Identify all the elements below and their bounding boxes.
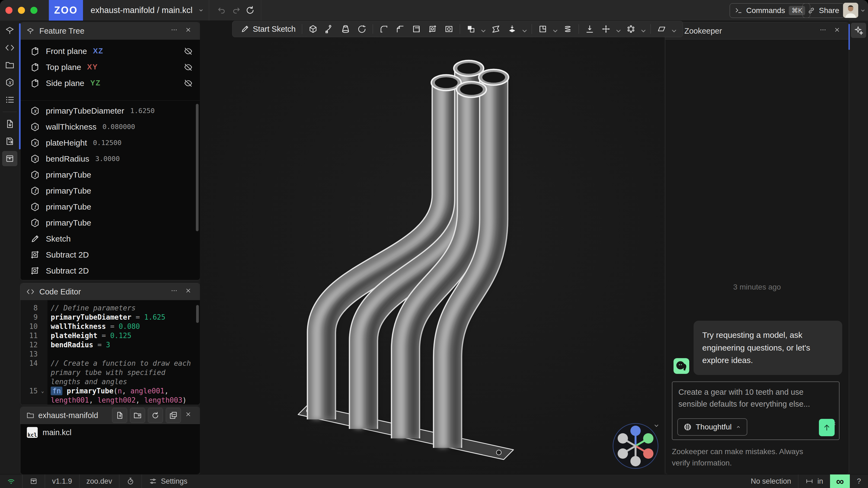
sidebar-item-feature-tree[interactable] <box>2 23 18 38</box>
help-button[interactable]: ? <box>850 475 868 488</box>
reload-button[interactable] <box>245 5 255 15</box>
toolbar-construction-plane-button[interactable] <box>653 23 678 35</box>
collapse-button[interactable] <box>166 408 181 423</box>
file-plus-button[interactable] <box>112 408 127 423</box>
sheet-icon <box>30 46 40 56</box>
panel-menu-icon[interactable] <box>170 26 180 35</box>
window-minimize-button[interactable] <box>18 7 25 14</box>
shell-icon <box>412 24 421 34</box>
file-row[interactable]: kcl main.kcl <box>20 424 200 441</box>
sidebar-item-make[interactable] <box>2 151 18 166</box>
folder-plus-button[interactable] <box>130 408 145 423</box>
redo-button[interactable] <box>231 5 241 15</box>
settings-button[interactable]: Settings <box>142 475 194 488</box>
toolbar-pattern-button[interactable] <box>623 23 648 35</box>
code-line[interactable]: 11plateHeight = 0.125 <box>20 331 200 340</box>
commands-button[interactable]: Commands ⌘K <box>730 3 810 18</box>
window-zoom-button[interactable] <box>30 7 37 14</box>
toolbar-split-button[interactable] <box>488 23 504 35</box>
toolbar-loft-button[interactable] <box>337 23 354 35</box>
feature-tree-row[interactable]: fprimaryTube <box>20 183 200 199</box>
toolbar-extrude-button[interactable] <box>305 23 321 35</box>
feature-tree-row[interactable]: fprimaryTube <box>20 199 200 215</box>
feature-tree-row[interactable]: Top planeXY <box>20 59 200 75</box>
toolbar-fillet-button[interactable] <box>376 23 392 35</box>
infinity-mode-button[interactable]: ∞ <box>830 475 850 488</box>
units-button[interactable]: in <box>798 475 830 488</box>
send-button[interactable] <box>819 419 835 436</box>
close-icon[interactable] <box>185 411 194 420</box>
toolbar-chamfer-button[interactable] <box>392 23 408 35</box>
zoo-logo[interactable]: ZOO <box>49 0 83 21</box>
feature-tree-row[interactable]: xwallThickness0.080000 <box>20 119 200 135</box>
feature-tree-row[interactable]: Front planeXZ <box>20 43 200 59</box>
gizmo-menu-chevron-icon[interactable] <box>652 422 660 430</box>
feature-tree-row[interactable]: Sketch <box>20 231 200 247</box>
share-button[interactable]: Share <box>802 3 844 18</box>
sidebar-item-logs[interactable] <box>2 92 18 107</box>
toolbar-sweep-button[interactable] <box>321 23 337 35</box>
exhaust-manifold-model <box>200 21 664 475</box>
code-line[interactable]: 9primaryTubeDiameter = 1.625 <box>20 313 200 322</box>
zoo-dev-link[interactable]: zoo.dev <box>80 475 119 488</box>
scrollbar[interactable] <box>196 104 198 231</box>
refresh-button[interactable] <box>148 408 163 423</box>
3d-viewport[interactable] <box>200 21 664 475</box>
code-line[interactable]: 10wallThickness = 0.080 <box>20 322 200 331</box>
code-line[interactable]: 13 <box>20 350 200 359</box>
feature-tree-row[interactable]: Subtract 2D <box>20 247 200 263</box>
sidebar-item-export[interactable] <box>2 134 18 149</box>
toolbar-revolve-button[interactable] <box>354 23 370 35</box>
telemetry-button[interactable] <box>119 475 142 488</box>
code-line[interactable]: 15⌄fn primaryTube(n, angle001, length001… <box>20 386 200 405</box>
toolbar-hole-button[interactable] <box>441 23 457 35</box>
sidebar-item-zookeeper[interactable] <box>851 23 866 38</box>
chat-input[interactable]: Create a gear with 10 teeth and use sens… <box>672 382 839 440</box>
sidebar-item-code[interactable] <box>2 40 18 55</box>
toolbar-start-sketch-button[interactable]: Start Sketch <box>237 23 299 35</box>
toolbar-subtract-2d-button[interactable] <box>425 23 441 35</box>
code-line[interactable]: 12bendRadius = 3 <box>20 340 200 350</box>
avatar[interactable] <box>843 3 858 18</box>
toolbar-helix-button[interactable] <box>560 23 576 35</box>
toolbar-plane-button[interactable] <box>535 23 560 35</box>
panel-menu-icon[interactable] <box>819 26 829 35</box>
code-line[interactable]: 14// Create a function to draw each prim… <box>20 359 200 386</box>
close-icon[interactable] <box>185 26 194 35</box>
feature-tree-row[interactable]: xbendRadius3.0000 <box>20 151 200 167</box>
feature-tree-row[interactable]: fprimaryTube <box>20 167 200 183</box>
toolbar-boolean-button[interactable] <box>463 23 488 35</box>
toolbar-transform-button[interactable] <box>598 23 623 35</box>
fold-chevron-icon[interactable]: ⌄ <box>38 386 48 405</box>
undo-button[interactable] <box>217 5 227 15</box>
window-close-button[interactable] <box>5 7 12 14</box>
toolbar-shell-button[interactable] <box>408 23 425 35</box>
sidebar-item-variables[interactable]: x <box>2 75 18 90</box>
feature-tree-row[interactable]: Subtract 2D <box>20 263 200 279</box>
model-mode-dropdown[interactable]: Thoughtful <box>677 418 747 436</box>
eye-slash-icon[interactable] <box>184 46 193 56</box>
panel-menu-icon[interactable] <box>170 287 180 296</box>
feature-tree-row[interactable]: fprimaryTube <box>20 215 200 231</box>
eye-slash-icon[interactable] <box>184 63 193 72</box>
toolbar-insert-button[interactable] <box>582 23 598 35</box>
eye-slash-icon[interactable] <box>184 78 193 88</box>
machine-status-button[interactable] <box>23 475 45 488</box>
feature-tree-row[interactable]: Side planeYZ <box>20 75 200 91</box>
toolbar-offset-plane-button[interactable] <box>504 23 529 35</box>
sidebar-item-files[interactable] <box>2 58 18 73</box>
feature-tree-row[interactable]: xplateHeight0.12500 <box>20 135 200 151</box>
user-menu-chevron-icon[interactable] <box>859 7 866 14</box>
project-title-menu[interactable]: exhaust-manifold / main.kcl <box>91 0 205 21</box>
chat-input-placeholder: Create a gear with 10 teeth and use sens… <box>678 386 831 410</box>
close-icon[interactable] <box>834 26 843 35</box>
feature-tree-title: Feature Tree <box>39 27 84 35</box>
feature-tree-row[interactable]: xprimaryTubeDiameter1.6250 <box>20 103 200 119</box>
network-status-button[interactable] <box>0 475 22 488</box>
code-editor-content[interactable]: 8// Define parameters9primaryTubeDiamete… <box>20 300 200 405</box>
scrollbar[interactable] <box>196 305 199 323</box>
code-line[interactable]: 8// Define parameters <box>20 303 200 313</box>
sidebar-item-import[interactable] <box>2 116 18 131</box>
close-icon[interactable] <box>185 287 194 296</box>
app-version[interactable]: v1.1.9 <box>45 475 79 488</box>
